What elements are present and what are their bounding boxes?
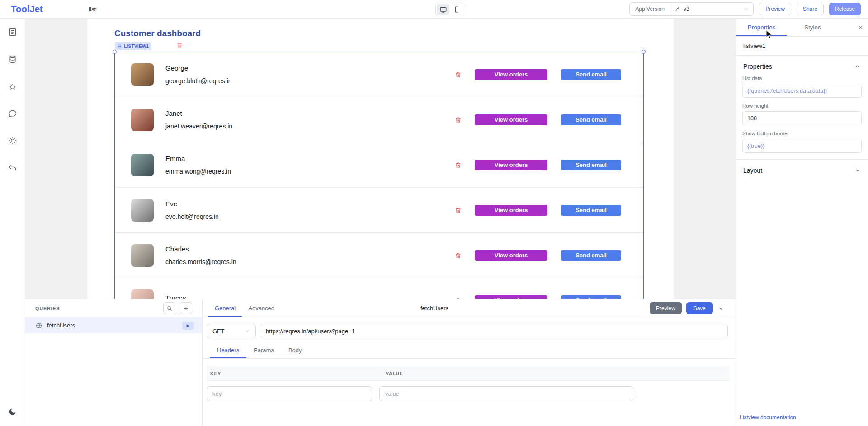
delete-row-icon[interactable]: [455, 207, 462, 213]
query-name: fetchUsers: [47, 322, 75, 329]
query-editor-pane: General Advanced fetchUsers Preview Save…: [203, 299, 736, 426]
list-row: Charles charles.morris@reqres.in View or…: [115, 233, 643, 278]
query-list-pane: QUERIES + fetchUsers ▶: [25, 299, 203, 426]
settings-gear-icon[interactable]: [5, 133, 21, 149]
property-field: Row height 100: [736, 102, 868, 125]
show-bottom-border-input[interactable]: {{true}}: [742, 139, 862, 153]
customer-email: charles.morris@reqres.in: [165, 258, 236, 265]
app-name[interactable]: list: [89, 6, 96, 13]
add-query-button[interactable]: +: [180, 302, 192, 314]
delete-row-icon[interactable]: [455, 71, 462, 78]
delete-row-icon[interactable]: [455, 252, 462, 259]
property-field: Show bottom border {{true}}: [736, 130, 868, 153]
kv-input-row: [207, 386, 736, 401]
view-orders-button[interactable]: View orders: [475, 160, 547, 170]
left-sidebar: [0, 19, 25, 426]
avatar: [131, 63, 154, 86]
list-row: Emma emma.wong@reqres.in View orders Sen…: [115, 142, 643, 188]
customer-email: eve.holt@reqres.in: [165, 213, 219, 220]
row-height-input[interactable]: 100: [742, 111, 862, 125]
query-save-button[interactable]: Save: [686, 302, 713, 314]
plus-icon: +: [184, 304, 188, 312]
properties-section-header[interactable]: Properties: [736, 56, 868, 75]
preview-button[interactable]: Preview: [759, 3, 791, 15]
query-panel: QUERIES + fetchUsers ▶ General Advanced: [25, 299, 736, 426]
listview-widget-icon: [118, 44, 122, 48]
desktop-view-button[interactable]: [437, 4, 449, 15]
share-button[interactable]: Share: [797, 3, 824, 15]
release-button[interactable]: Release: [829, 3, 861, 15]
chevron-down-icon: [854, 167, 861, 174]
http-method-select[interactable]: GET: [207, 324, 256, 338]
chevron-down-icon: [245, 328, 250, 334]
tab-styles[interactable]: Styles: [787, 19, 838, 36]
list-data-input[interactable]: {{queries.fetchUsers.data.data}}: [742, 84, 862, 98]
customer-email: emma.wong@reqres.in: [165, 168, 231, 175]
customer-name: Janet: [165, 109, 232, 117]
collapse-panel-chevron-icon[interactable]: [717, 305, 725, 312]
tab-body[interactable]: Body: [281, 342, 309, 358]
datasources-icon[interactable]: [5, 51, 21, 67]
query-preview-button[interactable]: Preview: [650, 302, 682, 314]
tab-headers[interactable]: Headers: [210, 342, 246, 358]
comments-icon[interactable]: [5, 105, 21, 122]
topbar-actions: App Version v3 Preview Share Release: [629, 2, 861, 16]
play-icon: ▶: [187, 323, 190, 328]
delete-row-icon[interactable]: [455, 116, 462, 123]
properties-section-label: Properties: [743, 63, 772, 70]
header-key-input[interactable]: [207, 386, 372, 401]
view-orders-button[interactable]: View orders: [475, 250, 547, 261]
undo-back-icon[interactable]: [5, 160, 21, 176]
tab-params[interactable]: Params: [246, 342, 281, 358]
request-url-input[interactable]: [260, 324, 728, 338]
avatar: [131, 244, 154, 267]
widget-tag[interactable]: LISTVIEW1: [115, 42, 151, 50]
app-version-label: App Version: [630, 3, 670, 15]
close-icon[interactable]: ×: [859, 24, 863, 31]
chevron-up-icon: [854, 63, 861, 70]
widget-name: listview1: [736, 37, 868, 56]
send-email-button[interactable]: Send email: [561, 69, 621, 80]
kv-table-header: KEY VALUE: [207, 366, 730, 381]
listview-documentation-link[interactable]: Listview documentation: [740, 414, 796, 421]
customer-email: george.bluth@reqres.in: [165, 77, 232, 85]
avatar: [131, 199, 154, 222]
query-list-header: QUERIES +: [25, 299, 202, 317]
tab-properties[interactable]: Properties: [736, 19, 787, 36]
send-email-button[interactable]: Send email: [561, 114, 621, 125]
query-search-button[interactable]: [163, 302, 175, 314]
send-email-button[interactable]: Send email: [561, 205, 621, 216]
tab-advanced[interactable]: Advanced: [242, 299, 281, 317]
header-value-input[interactable]: [379, 386, 633, 401]
customer-name: Charles: [165, 245, 236, 253]
app-version-selector[interactable]: App Version v3: [629, 2, 754, 16]
tooljet-logo[interactable]: ToolJet: [11, 4, 42, 14]
run-query-button[interactable]: ▶: [182, 322, 194, 330]
dark-mode-toggle[interactable]: [5, 403, 21, 420]
view-orders-button[interactable]: View orders: [475, 69, 547, 80]
mobile-view-button[interactable]: [450, 4, 463, 15]
list-row: Eve eve.holt@reqres.in View orders Send …: [115, 188, 643, 233]
pages-icon[interactable]: [5, 24, 21, 40]
send-email-button[interactable]: Send email: [561, 160, 621, 170]
version-value: v3: [684, 6, 689, 12]
query-actions: Preview Save: [650, 302, 736, 314]
delete-row-icon[interactable]: [455, 161, 462, 168]
view-orders-button[interactable]: View orders: [475, 114, 547, 125]
chevron-down-icon: [743, 6, 749, 12]
debugger-icon[interactable]: [5, 78, 21, 95]
inspector-tabs: Properties Styles ×: [736, 19, 868, 37]
layout-section-label: Layout: [743, 167, 762, 174]
send-email-button[interactable]: Send email: [561, 250, 621, 261]
view-orders-button[interactable]: View orders: [475, 205, 547, 216]
version-dropdown[interactable]: v3: [670, 3, 753, 15]
moon-icon: [8, 407, 17, 416]
tab-general[interactable]: General: [208, 299, 242, 317]
query-list-item[interactable]: fetchUsers ▶: [25, 317, 202, 333]
desktop-icon: [439, 6, 447, 14]
layout-section-header[interactable]: Layout: [736, 160, 868, 179]
mobile-icon: [453, 6, 460, 13]
delete-widget-icon[interactable]: [176, 42, 183, 48]
page-title[interactable]: Customer dashboard: [114, 28, 201, 38]
inspector-panel: Properties Styles × listview1 Properties…: [736, 19, 868, 426]
